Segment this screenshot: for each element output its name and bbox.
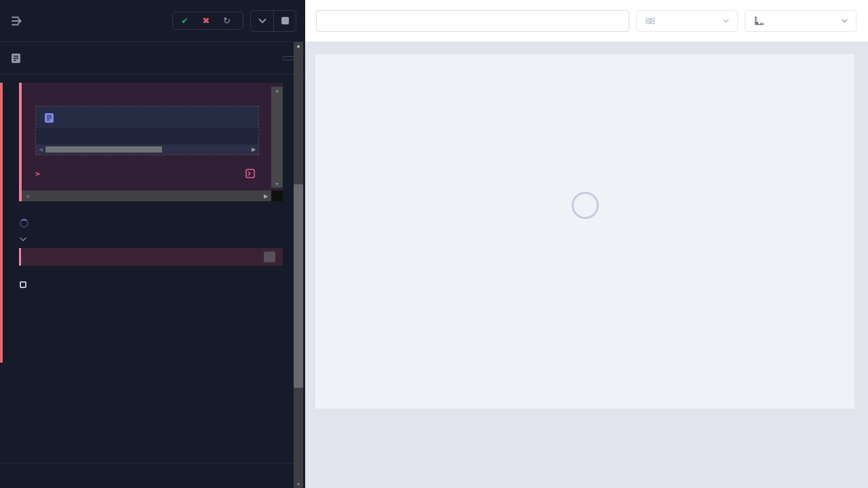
viewport-selector[interactable] xyxy=(745,10,856,32)
check-icon: ✔ xyxy=(181,16,189,25)
scroll-left-icon[interactable]: ◀ xyxy=(22,193,33,199)
x-icon: ✖ xyxy=(202,16,210,25)
aut-header xyxy=(305,0,868,42)
stat-passed: ✔ xyxy=(181,16,193,25)
file-icon xyxy=(44,113,54,123)
scroll-up-icon[interactable]: ▲ xyxy=(294,43,303,48)
chevron-down-icon xyxy=(723,19,729,23)
url-input[interactable] xyxy=(316,10,629,32)
scroll-down-icon[interactable]: ▼ xyxy=(294,482,303,487)
view-stack-trace-button[interactable]: > xyxy=(35,169,45,178)
scrollbar-corner xyxy=(271,190,283,201)
failed-attempt-region: ◀ ▶ > xyxy=(0,83,305,292)
test-stats: ✔ ✖ ↻ xyxy=(172,12,243,30)
reporter-scrollbar-thumb[interactable] xyxy=(294,184,303,388)
command-log-row[interactable] xyxy=(19,248,283,266)
scroll-up-icon[interactable]: ▲ xyxy=(275,88,279,93)
electron-icon xyxy=(645,16,656,26)
spec-file-icon xyxy=(11,53,21,64)
error-vertical-scrollbar[interactable]: ▲ ▼ xyxy=(271,87,283,188)
stop-icon xyxy=(281,17,289,24)
scroll-left-icon[interactable]: ◀ xyxy=(36,146,45,152)
blank-page-card xyxy=(315,54,854,409)
command-count-badge xyxy=(264,251,275,262)
print-to-console-button[interactable] xyxy=(245,169,260,178)
reporter-vertical-scrollbar[interactable]: ▲ ▼ xyxy=(294,42,303,488)
test-list xyxy=(0,214,305,292)
pending-square-icon xyxy=(20,281,26,288)
run-controls xyxy=(250,10,296,32)
collapse-all-button[interactable] xyxy=(251,11,273,31)
running-spinner-icon xyxy=(20,219,28,228)
aut-main xyxy=(305,42,868,488)
spec-row[interactable] xyxy=(0,42,305,75)
stat-pending: ↻ xyxy=(223,16,235,25)
chevron-right-icon: > xyxy=(35,169,40,178)
console-icon xyxy=(245,169,255,178)
stat-failed: ✖ xyxy=(202,16,214,25)
chevron-down-icon xyxy=(20,237,26,241)
ruler-icon xyxy=(753,16,764,26)
aut-panel xyxy=(305,0,868,488)
test-item-running[interactable] xyxy=(0,214,305,232)
browser-selector[interactable] xyxy=(636,10,738,32)
test-body-section[interactable] xyxy=(0,232,305,247)
attempt-error-strip xyxy=(0,83,3,363)
error-actions: > xyxy=(33,155,260,190)
error-code-frame: ◀ ▶ xyxy=(35,106,259,155)
reporter-header: ✔ ✖ ↻ xyxy=(0,0,305,42)
chevron-down-icon xyxy=(842,19,848,23)
cypress-logo xyxy=(572,192,599,219)
error-panel: ◀ ▶ > xyxy=(19,83,283,201)
stop-button[interactable] xyxy=(273,11,296,31)
code-lines xyxy=(36,128,258,144)
scroll-down-icon[interactable]: ▼ xyxy=(275,182,279,186)
code-horizontal-scrollbar[interactable]: ◀ ▶ xyxy=(36,144,258,155)
code-frame-header[interactable] xyxy=(36,106,258,128)
reporter-footer-divider xyxy=(0,463,294,464)
test-item-pending[interactable] xyxy=(0,275,305,292)
scroll-right-icon[interactable]: ▶ xyxy=(249,146,258,152)
reporter-panel: ✔ ✖ ↻ xyxy=(0,0,305,488)
specs-toggle-icon[interactable] xyxy=(11,16,24,26)
error-horizontal-scrollbar[interactable]: ◀ ▶ xyxy=(22,190,271,201)
scroll-right-icon[interactable]: ▶ xyxy=(260,193,271,199)
code-scrollbar-thumb[interactable] xyxy=(45,146,162,152)
restart-icon: ↻ xyxy=(223,16,231,25)
